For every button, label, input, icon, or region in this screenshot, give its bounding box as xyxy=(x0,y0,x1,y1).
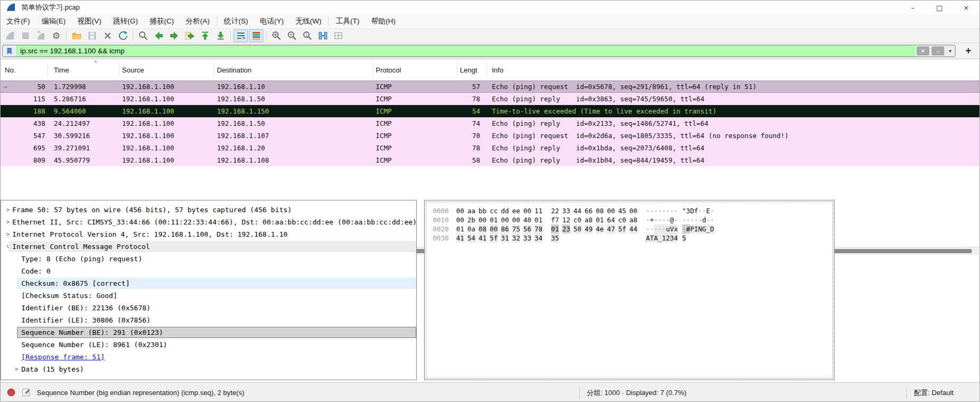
hex-byte[interactable]: a8 xyxy=(585,215,593,224)
display-filter-input[interactable] xyxy=(17,45,916,57)
hex-byte[interactable]: 00 xyxy=(512,215,520,224)
hex-byte[interactable]: 4e xyxy=(596,224,604,234)
column-separator[interactable] xyxy=(372,62,373,77)
go-first-button[interactable] xyxy=(198,29,212,42)
go-last-button[interactable] xyxy=(213,29,228,42)
find-packet-button[interactable] xyxy=(136,29,150,42)
menu-item-c[interactable]: 捕获(C) xyxy=(144,14,180,28)
menu-item-y[interactable]: 电话(Y) xyxy=(254,14,290,28)
go-back-button[interactable] xyxy=(151,29,166,42)
hex-byte[interactable]: 35 xyxy=(551,234,559,243)
expander-closed-icon[interactable]: > xyxy=(5,228,11,240)
column-header-protocol[interactable]: Protocol xyxy=(376,59,401,81)
column-separator[interactable] xyxy=(119,62,119,77)
hex-byte[interactable]: bb xyxy=(479,206,487,215)
hex-byte[interactable]: 08 xyxy=(596,206,604,215)
status-profile[interactable]: 配置: Default xyxy=(914,383,953,402)
hex-byte[interactable]: 45 xyxy=(618,206,626,215)
colorize-button[interactable] xyxy=(249,29,263,42)
packet-row-809[interactable]: 80945.950779192.168.1.100192.168.1.108IC… xyxy=(1,154,979,166)
detail-row[interactable]: Type: 8 (Echo (ping) request) xyxy=(1,253,416,265)
hex-byte[interactable]: 75 xyxy=(512,224,520,234)
hex-byte[interactable]: 47 xyxy=(607,224,615,234)
zoom-in-button[interactable] xyxy=(269,29,284,42)
detail-row[interactable]: >Internet Control Message Protocol xyxy=(1,240,416,253)
hex-byte[interactable]: 50 xyxy=(573,224,581,234)
hex-byte[interactable]: 86 xyxy=(501,224,509,234)
packet-row-115[interactable]: 1155.286716192.168.1.100192.168.1.50ICMP… xyxy=(1,93,979,105)
detail-row[interactable]: Code: 0 xyxy=(1,265,416,277)
detail-row[interactable]: Identifier (BE): 22136 (0x5678) xyxy=(1,302,416,314)
hex-byte[interactable]: 54 xyxy=(467,234,475,243)
hex-byte[interactable]: 2b xyxy=(467,215,475,224)
menu-item-e[interactable]: 编辑(E) xyxy=(36,14,71,28)
hex-byte[interactable]: 32 xyxy=(512,234,520,243)
column-header-info[interactable]: Info xyxy=(492,59,504,81)
reset-layout-button[interactable] xyxy=(331,29,345,42)
go-to-packet-button[interactable] xyxy=(182,29,197,42)
packet-row-50[interactable]: →501.729998192.168.1.100192.168.1.10ICMP… xyxy=(1,81,979,93)
hex-byte[interactable]: 64 xyxy=(607,215,615,224)
filter-apply-button[interactable]: → xyxy=(932,46,944,55)
hex-byte[interactable]: 22 xyxy=(551,206,559,215)
hex-byte[interactable]: 41 xyxy=(479,234,487,243)
hex-byte[interactable]: 41 xyxy=(456,234,464,243)
add-filter-button[interactable]: + xyxy=(961,44,975,57)
hex-byte[interactable]: 33 xyxy=(523,234,531,243)
hex-byte[interactable]: 00 xyxy=(629,206,637,215)
hex-byte[interactable]: 01 xyxy=(456,224,464,234)
close-button[interactable]: × xyxy=(953,1,979,14)
auto-scroll-button[interactable] xyxy=(233,29,248,42)
filter-clear-button[interactable]: × xyxy=(917,46,929,55)
detail-row[interactable]: Sequence Number (BE): 291 (0x0123) xyxy=(1,326,416,339)
expert-info-icon[interactable] xyxy=(6,388,17,398)
minimize-button[interactable]: – xyxy=(900,1,926,14)
hex-byte[interactable]: ee xyxy=(512,206,520,215)
hex-byte[interactable]: 00 xyxy=(607,206,615,215)
menu-item-g[interactable]: 跳转(G) xyxy=(107,14,144,28)
menu-item-f[interactable]: 文件(F) xyxy=(1,14,36,28)
hex-byte[interactable]: dd xyxy=(501,206,509,215)
hex-row-0030[interactable]: 00304154415f3132333435ATA_12345 xyxy=(433,234,562,243)
menu-item-s[interactable]: 统计(S) xyxy=(218,14,254,28)
detail-row[interactable]: >Internet Protocol Version 4, Src: 192.1… xyxy=(1,228,416,240)
detail-row[interactable]: [Response frame: 51] xyxy=(1,351,416,363)
hex-byte[interactable]: 66 xyxy=(585,206,593,215)
hex-byte[interactable]: 00 xyxy=(456,206,464,215)
hex-byte[interactable]: 08 xyxy=(479,224,487,234)
close-file-button[interactable] xyxy=(100,29,115,42)
maximize-button[interactable]: □ xyxy=(926,1,953,14)
menu-item-v[interactable]: 视图(V) xyxy=(71,14,107,28)
packet-row-547[interactable]: 54730.599216192.168.1.100192.168.1.107IC… xyxy=(1,130,979,142)
hex-byte[interactable]: c0 xyxy=(618,215,626,224)
go-forward-button[interactable] xyxy=(167,29,181,42)
detail-row[interactable]: Sequence Number (LE): 8961 (0x2301) xyxy=(1,339,416,351)
column-separator[interactable] xyxy=(457,62,457,77)
hex-byte[interactable]: 40 xyxy=(523,215,531,224)
expander-closed-icon[interactable]: > xyxy=(5,204,11,216)
detail-row[interactable]: >Data (15 bytes) xyxy=(1,363,416,375)
packet-row-188[interactable]: 1889.564060192.168.1.100192.168.1.150ICM… xyxy=(1,105,979,117)
hex-byte[interactable]: aa xyxy=(467,206,475,215)
detail-row[interactable]: >Frame 50: 57 bytes on wire (456 bits), … xyxy=(1,204,416,216)
hex-row-0010[interactable]: 0010002b000100004001f712c0a80164c0a8·+··… xyxy=(433,215,641,224)
expander-closed-icon[interactable]: > xyxy=(5,216,11,228)
column-header-destination[interactable]: Destination xyxy=(217,59,252,81)
reload-file-button[interactable] xyxy=(116,29,130,42)
hex-byte[interactable]: a8 xyxy=(629,215,637,224)
column-header-time[interactable]: Time xyxy=(54,59,69,81)
zoom-out-button[interactable] xyxy=(285,29,299,42)
packet-row-695[interactable]: 69539.271091192.168.1.100192.168.1.20ICM… xyxy=(1,142,979,154)
column-header-no[interactable]: No. xyxy=(5,59,15,81)
capture-options-button[interactable]: ⚙ xyxy=(49,29,63,42)
hex-byte[interactable]: 00 xyxy=(490,224,498,234)
filter-bookmark-icon[interactable] xyxy=(3,45,17,57)
detail-row[interactable]: Checksum: 0x8675 [correct] xyxy=(1,277,416,290)
filter-dropdown-icon[interactable]: ▾ xyxy=(945,48,955,54)
menu-item-a[interactable]: 分析(A) xyxy=(180,14,216,28)
hex-byte[interactable]: 01 xyxy=(596,215,604,224)
hex-byte[interactable]: 01 xyxy=(534,215,542,224)
hex-byte[interactable]: 44 xyxy=(629,224,637,234)
capture-comment-icon[interactable] xyxy=(21,388,31,398)
hex-byte[interactable]: 00 xyxy=(456,215,464,224)
